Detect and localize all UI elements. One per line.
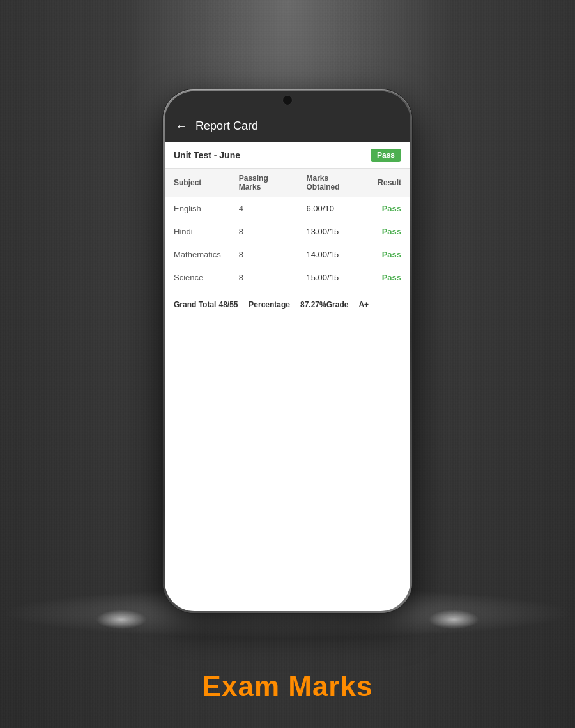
cell-passing-marks: 8 [230,220,298,243]
phone-mockup: ← Report Card Unit Test - June Pass Subj… [163,89,412,613]
percentage-section: Percentage 87.27% [249,300,326,309]
cell-subject: Mathematics [165,243,230,266]
unit-test-bar: Unit Test - June Pass [165,142,410,169]
grand-total-label: Grand Total [174,300,216,309]
cell-result: Pass [369,266,410,289]
grand-total-value: 48/55 [218,300,238,309]
cell-marks-obtained: 15.00/15 [298,266,369,289]
col-result: Result [369,169,410,197]
cell-marks-obtained: 14.00/15 [298,243,369,266]
cell-subject: Science [165,266,230,289]
table-row: Hindi813.00/15Pass [165,220,410,243]
bottom-text-container: Exam Marks [203,671,373,702]
col-subject: Subject [165,169,230,197]
table-row: Mathematics814.00/15Pass [165,243,410,266]
page-title: Report Card [195,119,258,133]
percentage-label: Percentage [249,300,290,309]
report-table: Subject Passing Marks Marks Obtained Res… [165,169,410,289]
grade-section: Grade A+ [326,300,401,309]
camera-notch [282,95,293,105]
table-header-row: Subject Passing Marks Marks Obtained Res… [165,169,410,197]
status-badge: Pass [371,149,401,162]
cell-passing-marks: 4 [230,197,298,220]
table-row: Science815.00/15Pass [165,266,410,289]
cell-marks-obtained: 6.00/10 [298,197,369,220]
cell-passing-marks: 8 [230,243,298,266]
grand-total-row: Grand Total 48/55 Percentage 87.27% Grad… [165,292,410,317]
col-marks-obtained: Marks Obtained [298,169,369,197]
status-bar [165,91,410,109]
table-row: English46.00/10Pass [165,197,410,220]
unit-test-title: Unit Test - June [174,150,240,160]
cell-result: Pass [369,243,410,266]
cell-subject: English [165,197,230,220]
grade-value: A+ [358,300,369,309]
cell-passing-marks: 8 [230,266,298,289]
bottom-text: Exam Marks [203,671,373,702]
screen-content: Unit Test - June Pass Subject Passing Ma… [165,142,410,611]
cell-marks-obtained: 13.00/15 [298,220,369,243]
cell-result: Pass [369,220,410,243]
app-header: ← Report Card [165,109,410,142]
col-passing-marks: Passing Marks [230,169,298,197]
back-button[interactable]: ← [175,119,188,133]
grand-total-section: Grand Total 48/55 [174,300,249,309]
cell-subject: Hindi [165,220,230,243]
percentage-value: 87.27% [300,300,326,309]
cell-result: Pass [369,197,410,220]
grade-label: Grade [326,300,349,309]
